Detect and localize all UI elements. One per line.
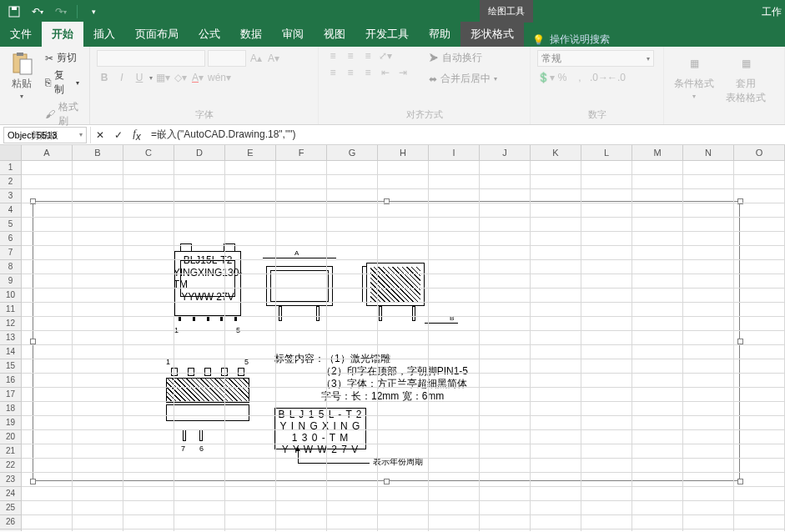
align-top-icon[interactable]: ≡: [325, 50, 340, 62]
undo-icon[interactable]: ↶▾: [28, 3, 47, 21]
align-bottom-icon[interactable]: ≡: [360, 50, 375, 62]
col-header[interactable]: C: [123, 145, 174, 160]
col-header[interactable]: F: [276, 145, 327, 160]
row-header[interactable]: 12: [0, 317, 21, 331]
save-icon[interactable]: [5, 3, 23, 21]
col-header[interactable]: G: [327, 145, 378, 160]
font-color-button[interactable]: A▾: [190, 72, 205, 83]
col-header[interactable]: D: [174, 145, 225, 160]
italic-button[interactable]: I: [114, 72, 129, 83]
row-header[interactable]: 11: [0, 303, 21, 317]
font-size-dropdown[interactable]: [208, 50, 246, 67]
percent-icon[interactable]: %: [555, 72, 570, 83]
cut-button[interactable]: ✂剪切: [42, 50, 83, 66]
enter-formula-button[interactable]: ✓: [109, 126, 128, 144]
tab-file[interactable]: 文件: [0, 22, 42, 47]
col-header[interactable]: L: [581, 145, 632, 160]
col-header[interactable]: I: [429, 145, 480, 160]
align-middle-icon[interactable]: ≡: [343, 50, 358, 62]
row-header[interactable]: 14: [0, 345, 21, 359]
comma-icon[interactable]: ,: [572, 72, 587, 83]
select-all-corner[interactable]: [0, 145, 22, 160]
format-table-icon: ▦: [734, 52, 757, 75]
format-as-table-button[interactable]: ▦ 套用 表格格式: [722, 50, 769, 107]
col-header[interactable]: E: [225, 145, 276, 160]
row-header[interactable]: 2: [0, 175, 21, 189]
col-header[interactable]: A: [22, 145, 73, 160]
borders-button[interactable]: ▦▾: [155, 72, 170, 83]
row-header[interactable]: 10: [0, 289, 21, 303]
row-header[interactable]: 19: [0, 416, 21, 430]
row-header[interactable]: 8: [0, 260, 21, 274]
tab-insert[interactable]: 插入: [83, 22, 125, 47]
merge-center-button[interactable]: ⬌合并后居中▾: [425, 71, 501, 87]
formula-input[interactable]: =嵌入("AutoCAD.Drawing.18",""): [146, 128, 295, 142]
tab-page-layout[interactable]: 页面布局: [125, 22, 189, 47]
row-header[interactable]: 9: [0, 274, 21, 289]
tab-view[interactable]: 视图: [314, 22, 355, 47]
tab-shape-format[interactable]: 形状格式: [460, 22, 524, 47]
worksheet-grid: A B C D E F G H I J K L M N O 1 2 3 4 5 …: [0, 145, 785, 531]
tab-home[interactable]: 开始: [42, 22, 83, 47]
increase-decimal-icon[interactable]: .0→: [590, 72, 605, 83]
row-header[interactable]: 6: [0, 232, 21, 246]
conditional-format-button[interactable]: ▦ 条件格式▾: [671, 50, 717, 102]
row-header[interactable]: 4: [0, 203, 21, 218]
tab-developer[interactable]: 开发工具: [355, 22, 419, 47]
tab-review[interactable]: 审阅: [272, 22, 314, 47]
align-right-icon[interactable]: ≡: [360, 67, 375, 78]
redo-icon[interactable]: ↷▾: [52, 3, 70, 21]
cancel-formula-button[interactable]: ✕: [91, 126, 109, 144]
insert-function-button[interactable]: fx: [128, 126, 146, 144]
align-center-icon[interactable]: ≡: [343, 67, 358, 78]
row-header[interactable]: 13: [0, 331, 21, 345]
row-header[interactable]: 22: [0, 459, 21, 473]
row-header[interactable]: 24: [0, 487, 21, 501]
increase-indent-icon[interactable]: ⇥: [395, 67, 410, 78]
row-header[interactable]: 1: [0, 161, 21, 175]
col-header[interactable]: N: [683, 145, 734, 160]
decrease-font-icon[interactable]: A▾: [266, 53, 281, 64]
row-header[interactable]: 26: [0, 515, 21, 529]
increase-font-icon[interactable]: A▴: [249, 53, 264, 64]
row-header[interactable]: 17: [0, 388, 21, 402]
font-family-dropdown[interactable]: [97, 50, 205, 67]
copy-button[interactable]: ⎘复制▾: [42, 68, 83, 98]
row-header[interactable]: 20: [0, 430, 21, 444]
format-painter-button[interactable]: 🖌格式刷: [42, 99, 83, 129]
fill-color-button[interactable]: ◇▾: [173, 72, 188, 83]
col-header[interactable]: K: [531, 145, 581, 160]
currency-icon[interactable]: 💲▾: [537, 72, 552, 83]
decrease-decimal-icon[interactable]: ←.0: [607, 72, 622, 83]
row-header[interactable]: 7: [0, 246, 21, 260]
phonetic-button[interactable]: wén▾: [208, 72, 223, 83]
row-header[interactable]: 5: [0, 218, 21, 232]
col-header[interactable]: O: [734, 145, 785, 160]
row-header[interactable]: 16: [0, 374, 21, 388]
col-header[interactable]: H: [378, 145, 429, 160]
row-header[interactable]: 18: [0, 402, 21, 416]
underline-button[interactable]: U: [132, 72, 147, 83]
qat-customize-icon[interactable]: ▾: [84, 3, 103, 21]
col-header[interactable]: B: [73, 145, 123, 160]
col-header[interactable]: J: [480, 145, 531, 160]
row-header[interactable]: 21: [0, 444, 21, 459]
orientation-icon[interactable]: ⤢▾: [378, 50, 393, 62]
row-header[interactable]: 25: [0, 501, 21, 515]
bold-button[interactable]: B: [97, 72, 112, 83]
tab-formulas[interactable]: 公式: [189, 22, 230, 47]
cells-area[interactable]: BLJ15L-T2 YINGXING130-TM YYWW 27V 1 5: [22, 161, 785, 531]
row-header[interactable]: 15: [0, 359, 21, 374]
align-left-icon[interactable]: ≡: [325, 67, 340, 78]
row-header[interactable]: 3: [0, 189, 21, 203]
paste-button[interactable]: 粘贴 ▾: [7, 50, 37, 102]
tab-data[interactable]: 数据: [230, 22, 272, 47]
name-box[interactable]: Object 5513▾: [3, 127, 87, 143]
wrap-text-button[interactable]: ⮞自动换行: [425, 50, 501, 66]
decrease-indent-icon[interactable]: ⇤: [378, 67, 393, 78]
number-format-dropdown[interactable]: 常规▾: [537, 50, 654, 67]
tell-me-search[interactable]: 💡 操作说明搜索: [532, 33, 610, 47]
col-header[interactable]: M: [632, 145, 683, 160]
row-header[interactable]: 23: [0, 473, 21, 487]
tab-help[interactable]: 帮助: [419, 22, 460, 47]
